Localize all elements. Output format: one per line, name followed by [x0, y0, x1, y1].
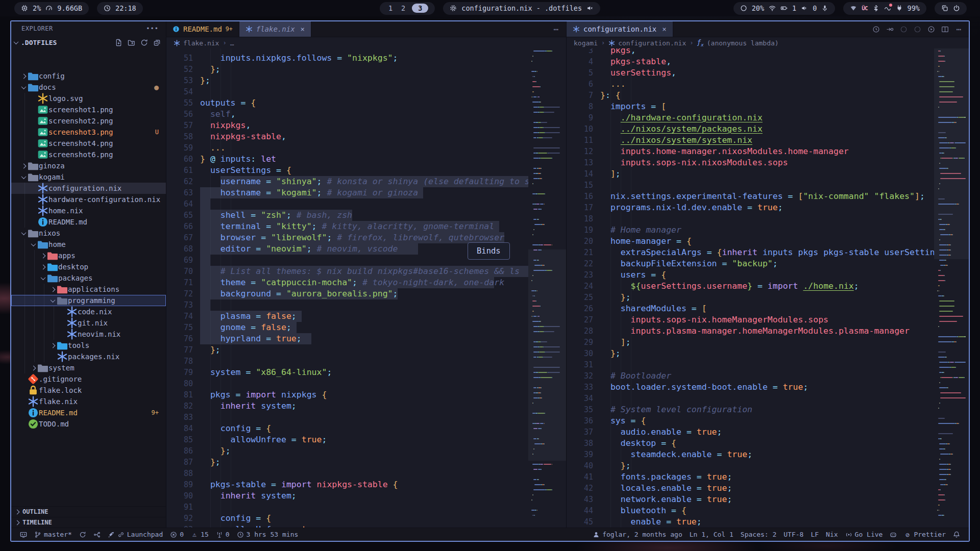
line-number[interactable]: 51: [166, 53, 193, 64]
line-number[interactable]: 29: [567, 337, 593, 348]
breadcrumb[interactable]: kogami›configuration.nix›ƒx(anonymous la…: [567, 37, 969, 48]
window-title-pill[interactable]: configuration.nix - .dotfiles: [443, 2, 600, 15]
minimap[interactable]: [528, 48, 566, 528]
line-number[interactable]: 68: [166, 243, 193, 255]
line-number[interactable]: 14: [567, 168, 593, 180]
line-number[interactable]: 13: [567, 157, 593, 168]
line-number[interactable]: 52: [166, 64, 193, 75]
tree-item-code-nix[interactable]: code.nix: [11, 306, 166, 317]
tree-item-flake-lock[interactable]: flake.lock: [11, 385, 166, 396]
line-number[interactable]: 83: [166, 412, 193, 423]
tree-item-ginoza[interactable]: ginoza: [11, 160, 166, 171]
line-number[interactable]: 16: [567, 191, 593, 202]
collapse-all-icon[interactable]: [153, 39, 161, 46]
line-number[interactable]: 25: [567, 292, 593, 303]
status-notifications[interactable]: [949, 531, 964, 538]
editor-action-openchanges-icon[interactable]: [886, 26, 894, 33]
connectivity-pill[interactable]: ÜC 99%: [843, 2, 926, 15]
line-number[interactable]: 11: [567, 135, 593, 146]
status-go-live[interactable]: Go Live: [842, 531, 887, 538]
line-number[interactable]: 65: [166, 210, 193, 221]
tab-flake-nix[interactable]: flake.nix×: [239, 21, 311, 37]
line-number[interactable]: 53: [166, 75, 193, 86]
line-number[interactable]: 92: [166, 513, 193, 524]
line-number[interactable]: 88: [166, 468, 193, 479]
breadcrumb[interactable]: flake.nix›…: [166, 37, 566, 48]
outline-section[interactable]: OUTLINE: [11, 506, 166, 517]
minimap[interactable]: [934, 48, 969, 528]
editor-group-left[interactable]: README.md9+flake.nix×⋯flake.nix›…51 inpu…: [166, 21, 567, 541]
tree-item-apps[interactable]: apps: [11, 250, 166, 261]
line-number[interactable]: 34: [567, 393, 593, 404]
line-number[interactable]: 55: [166, 97, 193, 109]
tree-item-config[interactable]: config: [11, 70, 166, 82]
tree-item-programming[interactable]: programming: [11, 295, 166, 306]
editor-action-ellipsis-icon[interactable]: ⋯: [955, 26, 963, 33]
tab-configuration-nix[interactable]: configuration.nix×: [567, 21, 673, 37]
tab-readme-md[interactable]: README.md9+: [166, 21, 239, 37]
line-number[interactable]: 32: [567, 370, 593, 382]
breadcrumb-item[interactable]: flake.nix: [183, 39, 219, 47]
line-number[interactable]: 71: [166, 277, 193, 288]
line-number[interactable]: 81: [166, 389, 193, 400]
code-editor[interactable]: 3 pkgs,4 pkgs-stable,5 userSettings,6 ..…: [567, 48, 969, 528]
line-number[interactable]: 38: [567, 438, 593, 449]
system-stats-pill[interactable]: 2% 9.66GB: [14, 2, 89, 15]
status-git-branch[interactable]: master*: [31, 531, 76, 538]
tree-item-readme-md[interactable]: README.md: [11, 216, 166, 228]
tree-item-kogami[interactable]: kogami: [11, 171, 166, 183]
breadcrumb-item[interactable]: (anonymous lambda): [707, 39, 779, 47]
status-cursor-position[interactable]: Ln 1, Col 1: [686, 531, 737, 538]
line-number[interactable]: 62: [166, 176, 193, 187]
explorer-more-actions[interactable]: •••: [146, 25, 159, 32]
line-number[interactable]: 28: [567, 325, 593, 337]
status-git-blame[interactable]: foglar, 2 months ago: [589, 531, 686, 538]
line-number[interactable]: 26: [567, 303, 593, 314]
line-number[interactable]: 20: [567, 236, 593, 247]
workspace-1[interactable]: 1: [386, 4, 395, 12]
line-number[interactable]: 85: [166, 434, 193, 445]
status-indentation[interactable]: Spaces: 2: [737, 531, 780, 538]
line-number[interactable]: 89: [166, 479, 193, 490]
line-number[interactable]: 21: [567, 247, 593, 258]
close-tab-icon[interactable]: ×: [301, 25, 305, 33]
line-number[interactable]: 82: [166, 400, 193, 412]
line-number[interactable]: 35: [567, 404, 593, 415]
line-number[interactable]: 39: [567, 449, 593, 460]
status-wakatime[interactable]: 3 hrs 53 mins: [233, 531, 302, 538]
editor-action-circledim-icon[interactable]: [900, 26, 908, 33]
line-number[interactable]: 79: [166, 367, 193, 378]
code-editor[interactable]: 51 inputs.nixpkgs.follows = "nixpkgs";52…: [166, 48, 566, 528]
tree-item-docs[interactable]: docs●: [11, 82, 166, 93]
line-number[interactable]: 91: [166, 502, 193, 513]
line-number[interactable]: 42: [567, 483, 593, 494]
tree-item-logo-svg[interactable]: logo.svg: [11, 93, 166, 104]
tree-item-screenshot2-png[interactable]: screenshot2.png: [11, 115, 166, 127]
status-eol[interactable]: LF: [807, 531, 822, 538]
status-launchpad[interactable]: Launchpad: [104, 531, 166, 538]
line-number[interactable]: 54: [166, 86, 193, 97]
line-number[interactable]: 80: [166, 378, 193, 389]
close-tab-icon[interactable]: ×: [662, 25, 666, 33]
editor-action-split-icon[interactable]: [941, 26, 949, 33]
line-number[interactable]: 58: [166, 131, 193, 142]
tree-item-system[interactable]: system: [11, 362, 166, 373]
hardware-pill[interactable]: 20% 1 0: [733, 2, 836, 15]
line-number[interactable]: 57: [166, 120, 193, 131]
line-number[interactable]: 69: [166, 255, 193, 266]
line-number[interactable]: 61: [166, 165, 193, 176]
line-number[interactable]: 24: [567, 281, 593, 292]
line-number[interactable]: 77: [166, 344, 193, 356]
line-number[interactable]: 19: [567, 224, 593, 236]
tree-item-packages-nix[interactable]: packages.nix: [11, 351, 166, 362]
tree-item-screenshot1-png[interactable]: screenshot1.png: [11, 104, 166, 115]
breadcrumb-item[interactable]: kogami: [574, 39, 598, 47]
line-number[interactable]: 7: [567, 90, 593, 101]
tree-item-screenshot4-png[interactable]: screenshot4.png: [11, 138, 166, 149]
line-number[interactable]: 76: [166, 333, 193, 344]
tree-item-home[interactable]: home: [11, 239, 166, 250]
line-number[interactable]: 36: [567, 415, 593, 427]
status-pipeline[interactable]: [90, 531, 104, 538]
workspace-root-header[interactable]: .DOTFILES: [11, 36, 166, 49]
editor-action-run-icon[interactable]: [927, 26, 935, 33]
